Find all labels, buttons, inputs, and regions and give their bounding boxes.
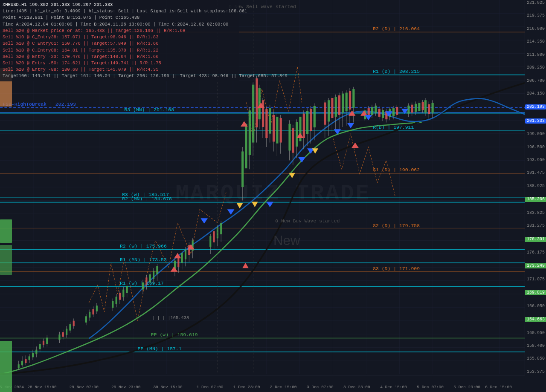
svg-rect-165 — [331, 98, 333, 118]
signal-arrows-yellow — [237, 148, 318, 208]
fsb-label: FSB-HighToBreak | 202.193 — [3, 101, 76, 107]
price-tick-153: 153.375 — [525, 370, 546, 374]
sell-10-c38: Sell %10 @ C_Entry38: 157.071 || Target:… — [3, 35, 158, 40]
svg-rect-67 — [66, 329, 67, 335]
price-tick-214: 214.350 — [525, 40, 546, 44]
svg-rect-197 — [396, 107, 398, 115]
price-tick-158: 158.400 — [525, 344, 546, 348]
svg-rect-169 — [338, 95, 340, 115]
svg-rect-133 — [262, 100, 264, 127]
svg-rect-187 — [378, 109, 380, 117]
price-axis: 221.925 219.375 216.900 214.350 211.800 … — [525, 0, 546, 375]
price-tick-181: 181.275 — [525, 224, 546, 228]
candles — [18, 76, 434, 370]
svg-rect-79 — [96, 306, 98, 311]
svg-rect-87 — [122, 290, 124, 297]
svg-rect-97 — [153, 271, 154, 279]
sell-20-market: Sell %20 @ Market price or at: 165.438 |… — [3, 28, 185, 33]
price-tick-206: 206.700 — [525, 79, 546, 83]
sidebar-bar-green1 — [0, 219, 12, 243]
svg-rect-105 — [181, 253, 183, 263]
svg-rect-171 — [342, 94, 344, 113]
price-tick-183: 183.825 — [525, 211, 546, 215]
price-tick-191: 191.475 — [525, 171, 546, 175]
sell-10-c61: Sell %10 @ C_Entry61: 150.776 || Target:… — [3, 41, 158, 46]
r4d-label: R​​​​(D) | 197.911 — [373, 124, 414, 130]
svg-marker-222 — [200, 218, 208, 224]
price-tick-185-hl: 185.206 — [525, 197, 546, 202]
svg-rect-49 — [25, 359, 26, 363]
svg-marker-232 — [237, 203, 243, 209]
price-tick-199: 199.050 — [525, 132, 546, 136]
target-info: Target100: 149.741 || Target 161: 140.04… — [3, 73, 236, 79]
svg-rect-119 — [220, 223, 222, 234]
sidebar-bar-green2 — [0, 245, 12, 275]
svg-rect-167 — [335, 97, 337, 117]
price-tick-193: 193.950 — [525, 158, 546, 162]
svg-rect-175 — [349, 91, 351, 110]
time-info: Time A:2024.12.04 01:00:00 | Time B:2024… — [3, 21, 236, 28]
s1d-label: S1 (D) | 190.062 — [373, 167, 420, 173]
svg-rect-189 — [382, 110, 384, 118]
sidebar-bar-green3 — [0, 341, 12, 392]
svg-marker-234 — [289, 173, 295, 179]
price-tick-178-hl: 178.391 — [525, 237, 546, 242]
point-info: Point A:218.861 | Point B:151.075 | Poin… — [3, 14, 236, 21]
symbol-label: XMRUSD.H1 — [3, 2, 27, 7]
svg-rect-135 — [265, 109, 267, 138]
svg-rect-99 — [156, 266, 158, 274]
price-tick-202-hl: 202.193 — [525, 104, 546, 110]
svg-rect-45 — [18, 364, 20, 368]
svg-rect-213 — [432, 103, 434, 113]
svg-rect-159 — [314, 106, 316, 127]
line-info: Line:1485 | h1_atr_c0: 3.4099 | h1_statu… — [3, 8, 236, 14]
price-tick-201-current: 201.333 — [525, 118, 546, 124]
svg-rect-201 — [411, 105, 413, 113]
svg-rect-103 — [177, 257, 179, 267]
price-tick-196: 196.500 — [525, 145, 546, 150]
price-tick-216: 216.900 — [525, 27, 546, 31]
price-tick-219: 219.375 — [525, 14, 546, 18]
svg-rect-81 — [112, 301, 113, 308]
r3mn-label: R3 (MN) | 201.108 — [124, 107, 174, 112]
svg-rect-141 — [276, 117, 278, 144]
svg-rect-153 — [303, 114, 305, 138]
svg-rect-147 — [292, 128, 294, 153]
svg-rect-63 — [58, 334, 60, 340]
svg-rect-65 — [62, 332, 64, 337]
svg-rect-89 — [126, 286, 128, 293]
svg-marker-235 — [312, 148, 319, 154]
svg-rect-107 — [185, 249, 186, 259]
svg-rect-59 — [43, 341, 44, 345]
svg-rect-57 — [39, 344, 41, 349]
svg-rect-129 — [256, 78, 258, 127]
price-tick-188: 188.925 — [525, 184, 546, 188]
price-tick-211: 211.800 — [525, 53, 546, 57]
svg-rect-157 — [310, 109, 312, 131]
price-tick-155: 155.850 — [525, 357, 546, 361]
new-label: New — [273, 233, 300, 248]
svg-rect-209 — [424, 100, 427, 112]
svg-rect-163 — [328, 100, 330, 121]
svg-rect-115 — [213, 231, 215, 242]
svg-rect-161 — [324, 102, 326, 124]
ppmn-label: PP (MN) | 157.1 — [138, 346, 182, 352]
svg-rect-73 — [85, 316, 87, 323]
price-tick-166: 166.050 — [525, 304, 546, 308]
price-tick-169-hl: 169.819 — [525, 290, 546, 295]
price-tick-173-hl: 173.249 — [525, 263, 546, 268]
svg-rect-205 — [418, 103, 420, 111]
svg-rect-123 — [245, 124, 247, 169]
svg-rect-139 — [273, 115, 275, 142]
r2mn-label: R2 (MN) | 184.678 — [122, 196, 172, 202]
price-tick-176: 176.175 — [525, 251, 546, 255]
chart-container: MARQUIZ TRADE XMRUSD.H1 199.302 201.333 … — [0, 0, 546, 392]
svg-rect-85 — [119, 293, 121, 300]
svg-rect-173 — [346, 92, 348, 111]
svg-rect-199 — [407, 106, 410, 114]
svg-marker-237 — [242, 263, 249, 268]
svg-rect-203 — [415, 104, 417, 112]
price-tick-204: 204.150 — [525, 92, 546, 96]
price-note-165: | | | |165.438 — [152, 315, 189, 320]
r2d-label: R2 (D) | 216.064 — [373, 26, 420, 32]
